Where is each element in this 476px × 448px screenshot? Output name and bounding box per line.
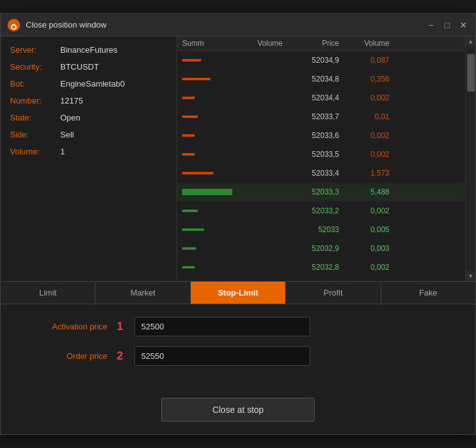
buy-bar	[182, 228, 204, 231]
orderbook-body: 52034,9 0,087 52034,8 0,356 52034,4 0,00…	[177, 51, 465, 278]
table-row: 52033,4 1,573	[177, 164, 465, 183]
buy-bar-cell	[182, 247, 232, 250]
number-label: Number:	[10, 96, 60, 105]
close-at-stop-button[interactable]: Close at stop	[161, 398, 315, 422]
info-panel: Server: BinanceFutures Security: BTCUSDT…	[1, 36, 176, 281]
side-label: Side:	[10, 130, 60, 139]
buy-bar	[182, 189, 232, 195]
buy-volume: 0,005	[339, 225, 389, 234]
buy-volume: 0,003	[339, 244, 389, 253]
maximize-button[interactable]: □	[441, 19, 453, 31]
title-bar: Close position window − □ ✕	[1, 14, 475, 36]
sell-bar	[182, 78, 210, 80]
order-price-num: 2	[117, 349, 129, 363]
buy-bar	[182, 247, 196, 250]
sell-bar	[182, 59, 201, 61]
activation-price-row: Activation price 1	[19, 317, 457, 336]
bot-row: Bot: EngineSamletab0	[10, 77, 167, 91]
volume-row: Volume: 1	[10, 144, 167, 159]
ob-header-volume1: Volume	[232, 39, 283, 48]
security-row: Security: BTCUSDT	[10, 60, 167, 74]
content-area: Server: BinanceFutures Security: BTCUSDT…	[1, 36, 475, 281]
window-controls: − □ ✕	[425, 19, 469, 31]
buy-bar	[182, 266, 195, 269]
table-row: 52033 0,005	[177, 220, 465, 239]
order-price-label: Order price	[19, 351, 107, 361]
table-row: 52033,6 0,002	[177, 126, 465, 145]
scroll-down-arrow[interactable]: ▼	[466, 271, 476, 281]
form-area: Activation price 1 Order price 2	[1, 304, 475, 388]
buy-price: 52033,3	[283, 188, 339, 196]
sell-price: 52034,4	[283, 93, 339, 102]
security-label: Security:	[10, 62, 60, 72]
buy-price: 52032,8	[283, 263, 339, 272]
sell-price: 52034,8	[283, 75, 339, 83]
bot-label: Bot:	[10, 79, 60, 88]
footer-area: Close at stop	[1, 388, 475, 434]
sell-bar	[182, 97, 195, 99]
server-value: BinanceFutures	[60, 45, 117, 55]
tab-stop-limit[interactable]: Stop-Limit	[191, 282, 286, 304]
sell-volume: 0,087	[339, 56, 389, 65]
server-row: Server: BinanceFutures	[10, 43, 167, 57]
orderbook-header: Summ Volume Price Volume	[177, 36, 465, 51]
table-row: 52032,8 0,002	[177, 258, 465, 277]
sell-bar-cell	[182, 115, 232, 118]
sell-bar	[182, 115, 198, 118]
scroll-thumb[interactable]	[467, 54, 475, 92]
buy-price: 52033	[283, 225, 339, 234]
table-row: 52032,9 0,003	[177, 239, 465, 258]
activation-price-input[interactable]	[134, 317, 310, 336]
security-value: BTCUSDT	[60, 62, 99, 72]
tab-profit[interactable]: Profit	[286, 282, 381, 304]
state-label: State:	[10, 113, 60, 122]
buy-volume: 5,488	[339, 188, 389, 196]
ob-header-price: Price	[283, 39, 339, 48]
close-window-button[interactable]: ✕	[458, 19, 469, 31]
number-value: 12175	[60, 96, 83, 105]
bot-value: EngineSamletab0	[60, 79, 125, 88]
main-window: Close position window − □ ✕ Server: Bina…	[0, 13, 476, 435]
buy-price: 52033,2	[283, 206, 339, 215]
table-row: 52034,8 0,356	[177, 70, 465, 88]
buy-volume: 0,002	[339, 206, 389, 215]
sell-volume: 0,002	[339, 150, 389, 159]
activation-price-num: 1	[117, 320, 129, 333]
sell-bar-cell	[182, 134, 232, 137]
scroll-track[interactable]	[466, 46, 475, 271]
tab-limit[interactable]: Limit	[1, 282, 95, 304]
tab-fake[interactable]: Fake	[381, 282, 475, 304]
order-price-row: Order price 2	[19, 346, 457, 366]
table-row: 52033,7 0,01	[177, 107, 465, 126]
table-row: 52033,3 5,488	[177, 183, 465, 201]
sell-volume: 0,356	[339, 75, 389, 83]
sell-price: 52033,5	[283, 150, 339, 159]
ob-header-volume2: Volume	[339, 39, 389, 48]
sell-bar-cell	[182, 78, 232, 80]
order-price-input[interactable]	[134, 346, 310, 366]
sell-volume: 1,573	[339, 169, 389, 178]
table-row: 52033,2 0,002	[177, 201, 465, 220]
buy-volume: 0,002	[339, 263, 389, 272]
buy-bar-cell	[182, 228, 232, 231]
activation-price-label: Activation price	[19, 322, 107, 331]
sell-price: 52033,6	[283, 131, 339, 140]
side-value: Sell	[60, 130, 74, 139]
sell-bar	[182, 153, 195, 156]
scroll-up-arrow[interactable]: ▲	[466, 36, 476, 46]
sell-bar-cell	[182, 172, 232, 174]
buy-price: 52032,9	[283, 244, 339, 253]
volume-value: 1	[60, 147, 65, 156]
sell-price: 52033,4	[283, 169, 339, 178]
server-label: Server:	[10, 45, 60, 55]
sell-bar	[182, 172, 214, 174]
side-row: Side: Sell	[10, 127, 167, 142]
tab-market[interactable]: Market	[95, 282, 190, 304]
minimize-button[interactable]: −	[425, 19, 436, 31]
buy-bar-cell	[182, 266, 232, 269]
sell-volume: 0,01	[339, 112, 389, 121]
scrollbar: ▲ ▼	[465, 36, 475, 281]
ob-header-summ: Summ	[182, 39, 232, 48]
sell-bar-cell	[182, 59, 232, 61]
orderbook-panel: Summ Volume Price Volume 52034,9 0,087 5…	[176, 36, 465, 281]
